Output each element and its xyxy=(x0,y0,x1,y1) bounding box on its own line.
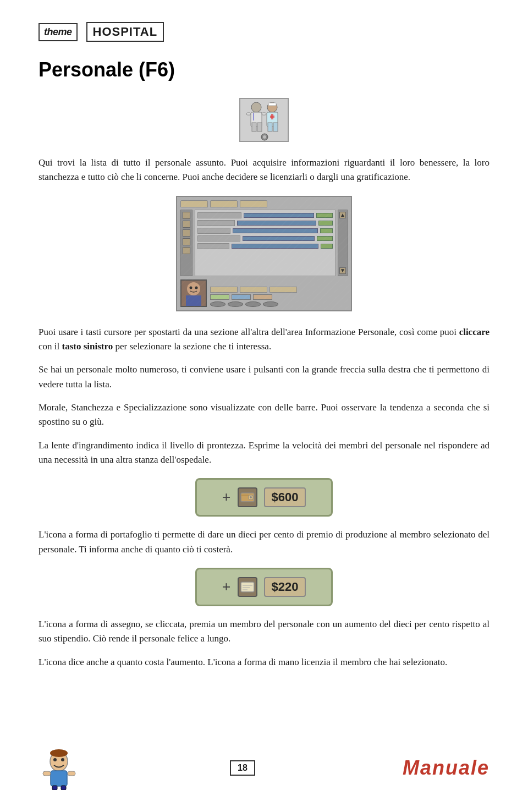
header: theme HOSPITAL xyxy=(38,22,490,42)
screenshot: ▲ ▼ xyxy=(176,196,352,311)
svg-rect-24 xyxy=(241,495,249,496)
theme-label: theme xyxy=(44,26,72,38)
hospital-label: HOSPITAL xyxy=(86,22,164,42)
svg-rect-12 xyxy=(273,123,278,131)
paragraph-5: Morale, Stanchezza e Specializzazione so… xyxy=(38,400,490,430)
wallet-icon xyxy=(238,487,257,507)
svg-rect-5 xyxy=(246,113,251,115)
bonus2-plus: + xyxy=(222,578,231,596)
bonus1-box: + $600 xyxy=(195,478,333,517)
svg-point-20 xyxy=(195,286,198,289)
svg-point-15 xyxy=(263,135,266,139)
svg-point-23 xyxy=(250,496,252,498)
staff-figures-svg xyxy=(241,100,288,141)
mascot-area xyxy=(38,746,82,790)
paragraph-7: L'icona a forma di portafoglio ti permet… xyxy=(38,528,490,557)
svg-point-0 xyxy=(251,102,261,112)
svg-rect-18 xyxy=(186,295,201,306)
svg-rect-2 xyxy=(253,113,254,120)
staff-icon-container xyxy=(38,98,490,142)
paragraph-1: Qui trovi la lista di tutto il personale… xyxy=(38,156,490,185)
paragraph-6: La lente d'ingrandimento indica il livel… xyxy=(38,438,490,468)
paragraph-4: Se hai un personale molto numeroso, ti c… xyxy=(38,363,490,392)
paragraph-3: Puoi usare i tasti cursore per spostarti… xyxy=(38,325,490,354)
manuale-label: Manuale xyxy=(403,756,490,780)
paragraph-8: L'icona a forma di assegno, se cliccata,… xyxy=(38,617,490,646)
svg-rect-13 xyxy=(268,103,276,106)
svg-point-30 xyxy=(53,758,57,761)
page-number: 18 xyxy=(230,760,255,776)
page-footer: 18 Manuale xyxy=(38,746,490,790)
svg-rect-4 xyxy=(257,123,262,131)
bonus1-container: + $600 xyxy=(38,478,490,517)
svg-rect-36 xyxy=(52,786,57,790)
page-title: Personale (F6) xyxy=(38,58,490,81)
mascot-svg xyxy=(38,746,80,790)
svg-point-32 xyxy=(50,749,68,757)
svg-rect-25 xyxy=(241,582,254,592)
svg-point-17 xyxy=(187,282,200,295)
svg-rect-6 xyxy=(262,113,266,115)
svg-rect-3 xyxy=(252,123,256,131)
svg-rect-34 xyxy=(43,771,51,776)
svg-point-31 xyxy=(61,758,64,761)
svg-rect-33 xyxy=(51,771,67,786)
screenshot-container: ▲ ▼ xyxy=(38,196,490,311)
staff-icon xyxy=(239,98,289,142)
theme-logo: theme xyxy=(38,23,78,41)
svg-rect-35 xyxy=(68,771,75,776)
page-content: theme HOSPITAL Personale (F6) xyxy=(0,0,528,711)
wallet-svg xyxy=(240,490,255,505)
cheque-icon xyxy=(238,577,257,597)
svg-point-19 xyxy=(190,286,193,289)
svg-rect-37 xyxy=(61,786,66,790)
svg-rect-10 xyxy=(270,116,274,118)
bonus2-container: + $220 xyxy=(38,568,490,606)
bonus2-price: $220 xyxy=(264,577,306,597)
paragraph-9: L'icona dice anche a quanto costa l'aume… xyxy=(38,655,490,670)
cheque-svg xyxy=(240,579,255,595)
bonus1-price: $600 xyxy=(264,487,306,507)
bonus2-box: + $220 xyxy=(195,568,333,606)
svg-rect-11 xyxy=(268,123,272,131)
bonus1-plus: + xyxy=(222,489,231,506)
